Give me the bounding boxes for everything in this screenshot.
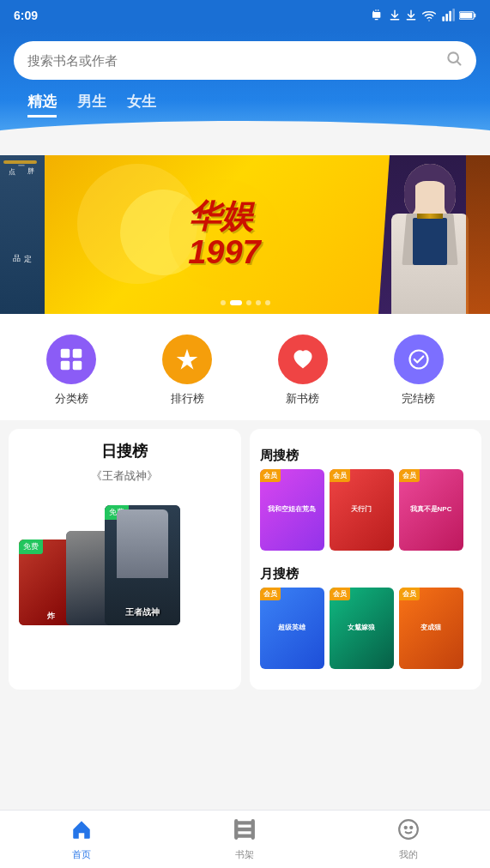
- monthly-books-row: 会员 超级英雄 会员 女魃嫁狼 会员 变成猫: [260, 588, 472, 669]
- wifi-icon: [421, 9, 437, 22]
- vip-badge-3: 会员: [399, 469, 420, 482]
- time-display: 6:09: [14, 9, 38, 22]
- signal-icon: [441, 9, 455, 22]
- category-label-wanjibang: 完结榜: [402, 391, 435, 407]
- svg-rect-10: [61, 349, 70, 359]
- tab-featured[interactable]: 精选: [27, 92, 57, 118]
- weekly-book-2-cover: 会员 天行门: [330, 469, 394, 551]
- search-input[interactable]: [27, 53, 437, 68]
- search-bar[interactable]: [14, 41, 476, 80]
- monthly-book-3-cover: 会员 变成猫: [399, 588, 463, 669]
- svg-rect-3: [445, 14, 448, 21]
- monthly-book-2-cover: 会员 女魃嫁狼: [330, 588, 394, 669]
- svg-rect-8: [460, 13, 472, 18]
- category-icon-fenleibang: [46, 335, 96, 384]
- category-icon-paixingbang: [162, 335, 212, 384]
- svg-rect-19: [252, 820, 254, 839]
- weekly-rank-title: 周搜榜: [260, 441, 472, 469]
- daily-cover-3[interactable]: 免费 王者战神: [105, 505, 180, 625]
- svg-rect-16: [237, 828, 254, 829]
- svg-rect-12: [61, 361, 70, 371]
- monthly-book-2[interactable]: 会员 女魃嫁狼: [330, 588, 394, 669]
- download2-icon: [405, 9, 417, 22]
- cover-title-wang: 王者战神: [105, 606, 180, 618]
- svg-rect-13: [73, 361, 82, 371]
- vip-badge-2: 会员: [330, 469, 350, 482]
- svg-point-20: [399, 820, 418, 839]
- monthly-book-3-title: 变成猫: [420, 624, 441, 632]
- weekly-book-1-title: 我和空姐在荒岛: [268, 505, 316, 514]
- vip-badge-1: 会员: [260, 469, 281, 482]
- vip-badge-4: 会员: [260, 588, 281, 600]
- rankings-section: 日搜榜 《王者战神》 免费 炸 区 免费: [0, 429, 490, 690]
- banner-left-book: 胖一点 定品: [0, 155, 45, 314]
- dot-3: [246, 300, 251, 305]
- dot-5: [265, 300, 270, 305]
- monthly-book-3[interactable]: 会员 变成猫: [399, 588, 463, 669]
- nav-bookshelf[interactable]: 书架: [216, 811, 273, 868]
- svg-rect-2: [442, 16, 445, 21]
- weekly-book-1[interactable]: 会员 我和空姐在荒岛: [260, 469, 324, 551]
- svg-rect-18: [236, 820, 238, 839]
- monthly-book-2-title: 女魃嫁狼: [348, 624, 375, 632]
- weekly-book-2[interactable]: 会员 天行门: [330, 469, 394, 551]
- category-item-fenleibang[interactable]: 分类榜: [46, 335, 96, 407]
- home-icon: [70, 818, 93, 846]
- dot-1: [221, 300, 226, 305]
- left-badge: 胖一点: [3, 160, 37, 164]
- category-icon-wanjibang: [394, 335, 444, 384]
- banner-title: 华娱1997: [188, 199, 261, 271]
- banner-right-strip: [466, 155, 490, 314]
- nav-home[interactable]: 首页: [53, 811, 110, 868]
- banner-area[interactable]: 胖一点 定品 华娱1997: [0, 155, 490, 314]
- tab-bar: 精选 男生 女生: [14, 80, 476, 121]
- daily-covers: 免费 炸 区 免费 王者战神: [19, 492, 231, 625]
- daily-rank-book-title: 《王者战神》: [19, 468, 231, 484]
- bookshelf-icon: [233, 818, 256, 846]
- status-bar: 6:09: [0, 0, 490, 31]
- svg-rect-15: [237, 822, 254, 823]
- nav-profile[interactable]: 我的: [380, 811, 437, 868]
- nav-bookshelf-label: 书架: [235, 848, 254, 861]
- svg-rect-1: [375, 19, 378, 20]
- svg-rect-17: [237, 835, 254, 836]
- weekly-book-3[interactable]: 会员 我真不是NPC: [399, 469, 463, 551]
- banner-slide: 胖一点 定品 华娱1997: [0, 155, 490, 314]
- weekly-book-2-title: 天行门: [351, 505, 372, 514]
- weekly-book-1-cover: 会员 我和空姐在荒岛: [260, 469, 324, 551]
- monthly-book-1-title: 超级英雄: [278, 624, 305, 632]
- profile-icon: [397, 818, 420, 846]
- weekly-book-3-cover: 会员 我真不是NPC: [399, 469, 463, 551]
- notification-icon: [371, 9, 384, 22]
- search-icon: [445, 50, 463, 71]
- category-item-paixingbang[interactable]: 排行榜: [162, 335, 212, 407]
- bottom-nav: 首页 书架 我的: [0, 810, 490, 868]
- weekly-rank-panel: 周搜榜 会员 我和空姐在荒岛 会员 天行门 会员: [250, 429, 482, 690]
- tab-female[interactable]: 女生: [127, 92, 156, 118]
- nav-home-label: 首页: [72, 848, 91, 861]
- svg-rect-5: [452, 9, 455, 21]
- weekly-books-row: 会员 我和空姐在荒岛 会员 天行门 会员 我真不是NPC: [260, 469, 472, 551]
- svg-point-14: [409, 351, 427, 369]
- monthly-book-1[interactable]: 会员 超级英雄: [260, 588, 324, 669]
- header: 精选 男生 女生: [0, 31, 490, 147]
- category-item-wanjibang[interactable]: 完结榜: [394, 335, 444, 407]
- monthly-book-1-cover: 会员 超级英雄: [260, 588, 324, 669]
- category-icon-xinshubang: [278, 335, 328, 384]
- svg-rect-7: [474, 14, 475, 17]
- download1-icon: [389, 9, 401, 22]
- svg-rect-4: [449, 11, 451, 21]
- main-content: 精选 男生 女生 胖一点 定品 华娱1997: [0, 31, 490, 758]
- vip-badge-6: 会员: [399, 588, 420, 600]
- category-label-fenleibang: 分类榜: [55, 391, 88, 407]
- battery-icon: [459, 9, 476, 21]
- banner-dots: [221, 300, 270, 305]
- daily-rank-panel: 日搜榜 《王者战神》 免费 炸 区 免费: [9, 429, 241, 690]
- weekly-book-3-title: 我真不是NPC: [410, 505, 452, 514]
- tab-male[interactable]: 男生: [77, 92, 106, 118]
- monthly-rank-title: 月搜榜: [260, 559, 472, 588]
- category-label-xinshubang: 新书榜: [286, 391, 319, 407]
- status-icons: [371, 9, 476, 22]
- dot-4: [256, 300, 261, 305]
- category-item-xinshugang[interactable]: 新书榜: [278, 335, 328, 407]
